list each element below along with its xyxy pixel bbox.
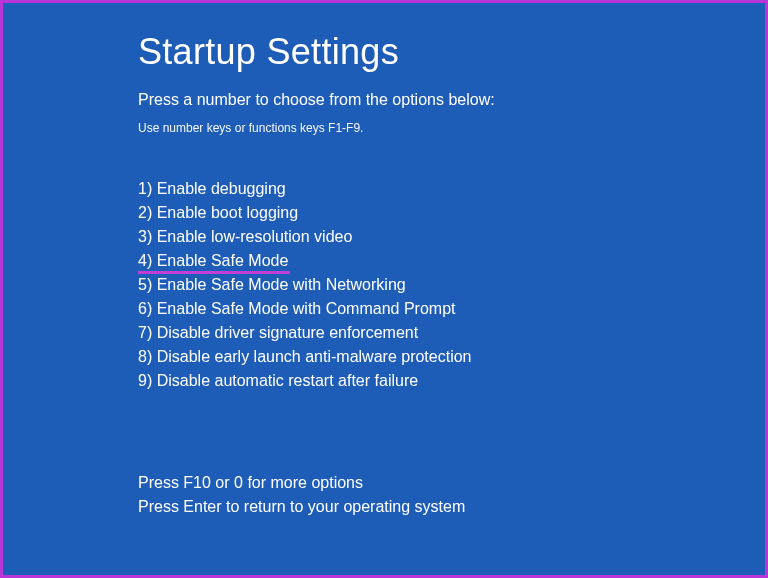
option-3-low-resolution[interactable]: 3) Enable low-resolution video bbox=[138, 225, 765, 249]
option-5-safe-mode-networking[interactable]: 5) Enable Safe Mode with Networking bbox=[138, 273, 765, 297]
option-1-debugging[interactable]: 1) Enable debugging bbox=[138, 177, 765, 201]
page-title: Startup Settings bbox=[138, 31, 765, 73]
return-text: Press Enter to return to your operating … bbox=[138, 495, 765, 519]
option-2-boot-logging[interactable]: 2) Enable boot logging bbox=[138, 201, 765, 225]
option-8-anti-malware[interactable]: 8) Disable early launch anti-malware pro… bbox=[138, 345, 765, 369]
footer-instructions: Press F10 or 0 for more options Press En… bbox=[138, 471, 765, 519]
option-7-driver-signature[interactable]: 7) Disable driver signature enforcement bbox=[138, 321, 765, 345]
options-list: 1) Enable debugging 2) Enable boot loggi… bbox=[138, 177, 765, 393]
option-4-safe-mode[interactable]: 4) Enable Safe Mode bbox=[138, 249, 765, 273]
instruction-text: Press a number to choose from the option… bbox=[138, 91, 765, 109]
option-9-auto-restart[interactable]: 9) Disable automatic restart after failu… bbox=[138, 369, 765, 393]
option-6-safe-mode-cmd[interactable]: 6) Enable Safe Mode with Command Prompt bbox=[138, 297, 765, 321]
more-options-text: Press F10 or 0 for more options bbox=[138, 471, 765, 495]
startup-settings-screen: Startup Settings Press a number to choos… bbox=[3, 3, 765, 519]
key-hint-text: Use number keys or functions keys F1-F9. bbox=[138, 121, 765, 135]
